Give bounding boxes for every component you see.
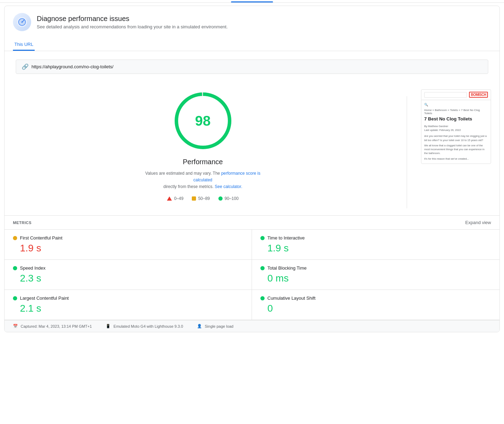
footer-device-text: Emulated Moto G4 with Lighthouse 9.3.0 [113,324,183,328]
metrics-section-label: METRICS [13,221,31,225]
preview-body2: We all know that a clogged toilet can be… [424,144,488,155]
legend-mid: 50–89 [192,196,210,201]
si-dot [13,266,17,270]
url-bar: 🔗 https://ahplayground.com/no-clog-toile… [16,60,488,74]
progress-indicator [231,1,273,2]
metric-lcp-row: Largest Contentful Paint [13,296,243,301]
divider [407,96,407,208]
high-label: 90–100 [225,196,239,201]
lcp-value: 2.1 s [13,303,243,314]
page-subtitle: See detailed analysis and recommendation… [37,24,228,29]
tti-value: 1.9 s [260,243,491,254]
high-icon [218,196,223,201]
metric-si-row: Speed Index [13,265,243,271]
tabs-section: This URL [5,38,499,51]
metric-si: Speed Index 2.3 s [5,260,252,290]
preview-meta: By Matthew Gardner Last update: February… [424,124,488,132]
preview-body: Are you worried that your toilet may be … [424,134,488,161]
metric-tbt: Total Blocking Time 0 ms [252,260,499,290]
preview-logo: BOMISCH [469,92,488,98]
metric-cls: Cumulative Layout Shift 0 [252,290,499,320]
metric-fcp: First Contentful Paint 1.9 s [5,230,252,260]
preview-search-row: 🔍 [424,103,488,106]
main-card: Diagnose performance issues See detailed… [4,6,500,332]
legend-high: 90–100 [218,196,239,201]
tti-label: Time to Interactive [267,235,304,241]
mode-icon: 👤 [197,324,202,328]
tbt-dot [260,266,265,270]
footer-mode: 👤 Single page load [197,324,233,328]
low-icon [167,196,172,201]
mid-label: 50–89 [198,196,210,201]
score-legend: 0–49 50–89 90–100 [167,196,238,201]
tti-dot [260,236,265,240]
calculator-link[interactable]: See calculator. [215,184,243,189]
metrics-header: METRICS Expand view [5,215,499,229]
footer-captured: 📅 Captured: Mar 4, 2023, 13:14 PM GMT+1 [13,324,92,328]
site-screenshot: BOMISCH 🔍 Home » Bathroom » Toilets » 7 … [421,89,491,164]
low-label: 0–49 [174,196,183,201]
footer-mode-text: Single page load [205,324,233,328]
cls-value: 0 [260,303,491,314]
performance-section: 98 Performance Values are estimated and … [5,82,499,215]
cls-dot [260,296,265,300]
legend-low: 0–49 [167,196,183,201]
preview-address-bar [424,92,467,98]
metric-lcp: Largest Contentful Paint 2.1 s [5,290,252,320]
url-text: https://ahplayground.com/no-clog-toilets… [31,64,113,69]
metric-tbt-row: Total Blocking Time [260,265,491,271]
fcp-dot [13,236,17,240]
performance-score: 98 [195,113,211,129]
svg-point-3 [21,21,23,23]
metrics-grid: First Contentful Paint 1.9 s Time to Int… [5,229,499,320]
preview-browser-bar: BOMISCH [421,90,491,100]
device-icon: 📱 [106,324,111,328]
preview-author: By Matthew Gardner [424,124,488,128]
metric-fcp-row: First Contentful Paint [13,235,243,241]
link-icon: 🔗 [22,63,29,70]
diagnose-icon [13,13,31,31]
fcp-value: 1.9 s [13,243,243,254]
lcp-label: Largest Contentful Paint [20,296,69,301]
header-section: Diagnose performance issues See detailed… [5,6,499,38]
tbt-value: 0 ms [260,273,491,284]
tbt-label: Total Blocking Time [267,265,307,271]
footer-captured-text: Captured: Mar 4, 2023, 13:14 PM GMT+1 [21,324,92,328]
cls-label: Cumulative Layout Shift [267,296,315,301]
score-area: 98 Performance Values are estimated and … [13,89,393,201]
fcp-label: First Contentful Paint [20,235,62,241]
metric-tti-row: Time to Interactive [260,235,491,241]
expand-view-button[interactable]: Expand view [465,220,491,225]
page-title: Diagnose performance issues [37,15,228,23]
footer-device: 📱 Emulated Moto G4 with Lighthouse 9.3.0 [106,324,183,328]
performance-note: Values are estimated and may vary. The p… [136,170,270,190]
header-text: Diagnose performance issues See detailed… [37,15,228,29]
footer-bar: 📅 Captured: Mar 4, 2023, 13:14 PM GMT+1 … [5,320,499,332]
si-value: 2.3 s [13,273,243,284]
preview-body1: Are you worried that your toilet may be … [424,134,488,142]
preview-date: Last update: February 26, 2022 [424,128,488,132]
tab-this-url[interactable]: This URL [13,38,35,51]
note-middle: directly from these metrics. [163,184,214,189]
preview-content: 🔍 Home » Bathroom » Toilets » 7 Best No … [421,100,491,164]
calendar-icon: 📅 [13,324,18,328]
performance-title: Performance [183,158,223,166]
preview-breadcrumb: Home » Bathroom » Toilets » 7 Best No Cl… [424,109,488,115]
lcp-dot [13,296,17,300]
preview-title: 7 Best No Clog Toilets [424,116,488,122]
top-bar [0,0,504,3]
note-text: Values are estimated and may vary. The [145,171,220,176]
metric-tti: Time to Interactive 1.9 s [252,230,499,260]
preview-search-icon: 🔍 [424,103,428,106]
mid-icon [192,196,196,201]
metric-cls-row: Cumulative Layout Shift [260,296,491,301]
preview-body3: It's for this reason that we've created.… [424,157,488,161]
si-label: Speed Index [20,265,46,271]
score-circle: 98 [172,89,234,152]
